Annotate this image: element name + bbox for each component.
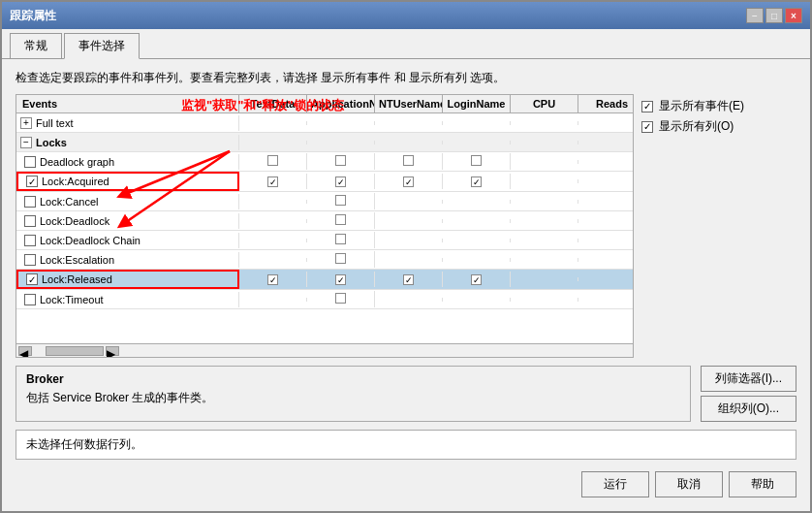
table-body: + Full text <box>16 113 633 343</box>
cell-checkbox[interactable] <box>335 176 346 187</box>
expand-fulltext-button[interactable]: + <box>20 117 32 129</box>
lockescalation-checkbox[interactable] <box>24 254 36 266</box>
window-title: 跟踪属性 <box>10 8 56 24</box>
right-action-buttons: 列筛选器(I)... 组织列(O)... <box>701 366 796 422</box>
scroll-thumb[interactable] <box>46 346 104 356</box>
row-cell <box>578 277 633 281</box>
cell-checkbox[interactable] <box>335 253 346 264</box>
row-cell <box>375 153 443 170</box>
lockcancel-checkbox[interactable] <box>24 196 36 208</box>
cell-checkbox[interactable] <box>403 176 414 187</box>
broker-description: 包括 Service Broker 生成的事件类。 <box>26 390 680 406</box>
row-cell <box>578 179 633 183</box>
table-header: Events TextData ApplicationName NTUserNa… <box>16 95 633 113</box>
row-cell <box>307 141 375 144</box>
deadlock-checkbox[interactable] <box>24 156 36 168</box>
locktimeout-checkbox[interactable] <box>24 294 36 305</box>
row-cell <box>307 174 375 190</box>
row-cell <box>307 251 375 268</box>
help-button[interactable]: 帮助 <box>729 471 796 497</box>
row-cell <box>307 212 375 229</box>
row-cell <box>239 121 307 125</box>
row-cell <box>307 193 375 209</box>
row-cell <box>578 258 633 262</box>
col-header-ntuser: NTUserName <box>375 95 443 112</box>
row-locktimeout-events: Lock:Timeout <box>16 292 239 307</box>
minimize-button[interactable]: − <box>746 8 764 23</box>
row-cell <box>307 121 375 125</box>
row-cell <box>375 219 443 223</box>
row-lockreleased-events: Lock:Released <box>16 270 239 289</box>
events-table: 监视"获取"和"释放"锁的状态 Events TextData Applicat… <box>16 94 634 358</box>
cell-checkbox[interactable] <box>471 155 482 166</box>
organize-columns-button[interactable]: 组织列(O)... <box>701 396 796 422</box>
table-row-lock-acquired: Lock:Acquired <box>16 172 633 192</box>
cell-checkbox[interactable] <box>267 274 278 285</box>
run-button[interactable]: 运行 <box>581 471 649 497</box>
row-cell <box>511 239 578 242</box>
row-locks-events: − Locks <box>16 135 239 150</box>
cell-checkbox[interactable] <box>335 195 346 206</box>
tab-bar: 常规 事件选择 <box>2 29 810 59</box>
cell-checkbox[interactable] <box>335 274 346 285</box>
row-cell <box>375 121 443 125</box>
row-cell <box>375 258 443 262</box>
cell-checkbox[interactable] <box>403 155 414 166</box>
row-cell <box>375 272 443 288</box>
show-all-events-checkbox[interactable] <box>641 101 653 112</box>
cancel-button[interactable]: 取消 <box>655 471 723 497</box>
tab-general[interactable]: 常规 <box>10 33 62 58</box>
cell-checkbox[interactable] <box>335 234 346 244</box>
cell-checkbox[interactable] <box>335 293 346 304</box>
middle-area: 监视"获取"和"释放"锁的状态 Events TextData Applicat… <box>16 94 796 358</box>
row-lockcancel-events: Lock:Cancel <box>16 194 239 209</box>
row-cell <box>375 298 443 302</box>
row-cell <box>375 200 443 204</box>
horizontal-scrollbar[interactable]: ◀ ▶ <box>16 343 633 357</box>
status-text: 未选择任何数据行列。 <box>26 437 142 451</box>
lockreleased-checkbox[interactable] <box>26 273 38 285</box>
table-row: + Full text <box>16 113 633 133</box>
broker-title: Broker <box>26 372 680 386</box>
row-cell <box>239 200 307 204</box>
lockacquired-checkbox[interactable] <box>26 176 38 187</box>
maximize-button[interactable]: □ <box>765 8 783 23</box>
table-row: Lock:Escalation <box>16 250 633 270</box>
row-cell <box>239 141 307 144</box>
row-lockcancel-label: Lock:Cancel <box>40 196 99 208</box>
cell-checkbox[interactable] <box>267 155 278 166</box>
row-cell <box>578 298 633 302</box>
row-cell <box>578 200 633 204</box>
row-locks-label: Locks <box>36 137 67 148</box>
show-all-columns-checkbox[interactable] <box>641 121 653 133</box>
close-button[interactable]: × <box>785 8 802 23</box>
scroll-left-button[interactable]: ◀ <box>18 346 32 356</box>
collapse-locks-button[interactable]: − <box>20 137 32 148</box>
cell-checkbox[interactable] <box>335 155 346 166</box>
row-cell <box>307 272 375 288</box>
cell-checkbox[interactable] <box>403 274 414 285</box>
show-all-columns-row: 显示所有列(O) <box>641 118 796 135</box>
row-cell <box>511 200 578 204</box>
row-cell <box>443 272 511 288</box>
col-header-events: Events <box>16 95 239 112</box>
row-cell <box>578 141 633 144</box>
row-cell <box>375 239 443 242</box>
row-cell <box>578 219 633 223</box>
table-row-lock-released: Lock:Released <box>16 270 633 290</box>
lockdeadlock-checkbox[interactable] <box>24 215 36 227</box>
row-lockdeadlockchain-events: Lock:Deadlock Chain <box>16 233 239 248</box>
cell-checkbox[interactable] <box>471 274 482 285</box>
tab-event-selection[interactable]: 事件选择 <box>64 33 140 59</box>
lockdeadlockchain-checkbox[interactable] <box>24 235 36 246</box>
col-header-loginname: LoginName <box>443 95 511 112</box>
cell-checkbox[interactable] <box>267 176 278 187</box>
show-all-events-label: 显示所有事件(E) <box>659 98 744 114</box>
column-filter-button[interactable]: 列筛选器(I)... <box>701 366 796 392</box>
scroll-right-button[interactable]: ▶ <box>106 346 119 356</box>
window-controls: − □ × <box>746 8 802 23</box>
row-cell <box>511 141 578 144</box>
row-cell <box>443 153 511 170</box>
cell-checkbox[interactable] <box>471 176 482 187</box>
cell-checkbox[interactable] <box>335 214 346 225</box>
